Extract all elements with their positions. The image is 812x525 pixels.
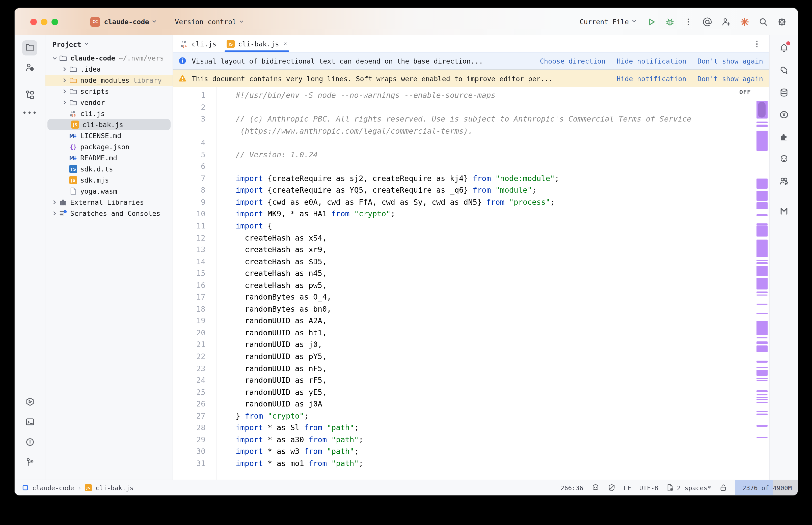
code-line[interactable]: 18 randomBytes as bn0, bbox=[173, 304, 754, 315]
code-line[interactable]: 19 randomUUID as A2A, bbox=[173, 315, 754, 327]
readonly-lock-icon[interactable] bbox=[719, 484, 727, 492]
copilot-tool-button[interactable] bbox=[776, 152, 791, 167]
debug-button[interactable] bbox=[665, 17, 675, 27]
code-line[interactable]: 17 randomBytes as O_4, bbox=[173, 292, 754, 304]
caret-position-widget[interactable]: 266:36 bbox=[560, 484, 583, 492]
code-line[interactable]: 23 randomUUID as nF5, bbox=[173, 363, 754, 375]
code-line[interactable]: 25 randomUUID as yE5, bbox=[173, 387, 754, 399]
x-plugin-tool-button[interactable]: X bbox=[776, 108, 791, 123]
run-configuration-selector[interactable]: Current File bbox=[580, 18, 637, 26]
close-tab-icon[interactable]: ✕ bbox=[284, 40, 287, 47]
plugin-puzzle-tool-button[interactable] bbox=[776, 130, 791, 145]
code-line[interactable]: 29import * as a30 from "path"; bbox=[173, 434, 754, 446]
code-line[interactable]: 8import {createRequire as YQ5, createReq… bbox=[173, 185, 754, 197]
breadcrumb-project[interactable]: claude-code bbox=[32, 484, 74, 492]
more-tool-windows-button[interactable]: ••• bbox=[22, 108, 38, 118]
code-editor[interactable]: 1#!/usr/bin/env -S node --no-warnings --… bbox=[173, 87, 769, 480]
code-line[interactable]: 12 createHash as xS4, bbox=[173, 232, 754, 244]
code-line[interactable]: 28import * as Sl from "path"; bbox=[173, 422, 754, 434]
tree-item-license-md[interactable]: MLICENSE.md bbox=[45, 130, 173, 141]
code-line[interactable]: 24 randomUUID as rF5, bbox=[173, 375, 754, 387]
notifications-bell-icon[interactable] bbox=[776, 41, 791, 57]
settings-gear-icon[interactable] bbox=[777, 17, 787, 27]
tree-item-node-modules[interactable]: node_moduleslibrary bbox=[45, 75, 173, 86]
line-ending-widget[interactable]: LF bbox=[623, 484, 631, 492]
code-line[interactable]: 13 createHash as xr9, bbox=[173, 244, 754, 256]
ai-assistant-tool-button[interactable] bbox=[776, 63, 791, 79]
tree-item-vendor[interactable]: vendor bbox=[45, 97, 173, 108]
dont-show-again-link[interactable]: Don't show again bbox=[697, 57, 763, 65]
indent-widget[interactable]: 2 spaces* bbox=[666, 484, 711, 492]
encoding-widget[interactable]: UTF-8 bbox=[639, 484, 658, 492]
more-actions-button[interactable]: ⋮ bbox=[683, 17, 693, 27]
tab-cli-bak-js[interactable]: JS cli-bak.js ✕ bbox=[222, 35, 292, 52]
code-line[interactable]: 16 createHash as pw5, bbox=[173, 280, 754, 292]
inspections-off-icon[interactable] bbox=[607, 484, 616, 492]
code-line[interactable]: 2 bbox=[173, 102, 754, 114]
chevron-right-icon[interactable] bbox=[61, 65, 69, 73]
pull-requests-tool-button[interactable]: ? bbox=[22, 61, 38, 76]
project-tool-button[interactable] bbox=[22, 40, 38, 56]
dont-show-again-link[interactable]: Don't show again bbox=[697, 74, 763, 82]
choose-direction-link[interactable]: Choose direction bbox=[540, 57, 605, 65]
ai-burst-icon[interactable] bbox=[739, 17, 750, 27]
run-button[interactable] bbox=[646, 17, 656, 27]
code-line[interactable]: 20 randomUUID as ht1, bbox=[173, 327, 754, 339]
code-line[interactable]: 10import MK9, * as HA1 from "crypto"; bbox=[173, 209, 754, 220]
m-plugin-tool-button[interactable] bbox=[776, 204, 791, 220]
chevron-right-icon[interactable] bbox=[61, 88, 69, 95]
tree-item-scratches-and-consoles[interactable]: Scratches and Consoles bbox=[45, 208, 173, 219]
tree-item-sdk-d-ts[interactable]: TSsdk.d.ts bbox=[45, 163, 173, 175]
structure-tool-button[interactable] bbox=[22, 88, 38, 103]
highlighting-status[interactable]: OFF bbox=[739, 89, 751, 96]
ai-assistant-icon[interactable] bbox=[702, 17, 712, 27]
search-everywhere-icon[interactable] bbox=[758, 17, 768, 27]
code-line[interactable]: 22 randomUUID as pY5, bbox=[173, 351, 754, 363]
code-with-me-icon[interactable] bbox=[721, 17, 731, 27]
breadcrumb-file[interactable]: cli-bak.js bbox=[95, 484, 134, 492]
terminal-tool-button[interactable] bbox=[22, 415, 38, 430]
code-line[interactable]: 7import {createRequire as sj2, createReq… bbox=[173, 173, 754, 185]
vcs-widget[interactable]: Version control bbox=[175, 18, 236, 26]
hide-notification-link[interactable]: Hide notification bbox=[617, 57, 686, 65]
code-line[interactable]: 3// (c) Anthropic PBC. All rights reserv… bbox=[173, 114, 754, 125]
scrollbar-thumb[interactable] bbox=[758, 102, 766, 118]
tree-item-cli-bak-js[interactable]: JScli-bak.js bbox=[47, 119, 171, 130]
tree-item-sdk-mjs[interactable]: JSsdk.mjs bbox=[45, 175, 173, 185]
close-window-button[interactable] bbox=[30, 18, 37, 25]
tree-item-readme-md[interactable]: MREADME.md bbox=[45, 152, 173, 163]
git-tool-button[interactable] bbox=[22, 455, 38, 470]
copilot-status-icon[interactable] bbox=[591, 484, 599, 492]
minimize-window-button[interactable] bbox=[41, 18, 47, 25]
tree-item-cli-js[interactable]: 100JScli.js bbox=[45, 108, 173, 119]
chevron-right-icon[interactable] bbox=[61, 77, 69, 84]
code-line[interactable]: 5// Version: 1.0.24 bbox=[173, 149, 754, 161]
editor-scrollbar-stripe[interactable] bbox=[756, 87, 768, 480]
code-line[interactable]: 6 bbox=[173, 161, 754, 173]
code-line[interactable]: 11import { bbox=[173, 220, 754, 232]
code-line[interactable]: 14 createHash as $D5, bbox=[173, 256, 754, 268]
tree-item-yoga-wasm[interactable]: yoga.wasm bbox=[45, 185, 173, 197]
tree-item--idea[interactable]: .idea bbox=[45, 63, 173, 75]
tree-item-external-libraries[interactable]: External Libraries bbox=[45, 197, 173, 208]
tab-cli-js[interactable]: 100JS cli.js bbox=[175, 35, 222, 52]
code-line[interactable]: 4 bbox=[173, 137, 754, 149]
services-tool-button[interactable] bbox=[22, 395, 38, 410]
chevron-right-icon[interactable] bbox=[61, 99, 69, 106]
code-area[interactable]: 1#!/usr/bin/env -S node --no-warnings --… bbox=[173, 90, 754, 470]
zoom-window-button[interactable] bbox=[51, 18, 58, 25]
tab-options-button[interactable]: ⋮ bbox=[752, 39, 762, 49]
tree-item-package-json[interactable]: {}package.json bbox=[45, 141, 173, 152]
project-panel-title[interactable]: Project bbox=[53, 40, 81, 48]
code-line[interactable]: 1#!/usr/bin/env -S node --no-warnings --… bbox=[173, 90, 754, 102]
tree-item-claude-code[interactable]: claude-code~/.nvm/vers bbox=[45, 52, 173, 63]
code-line[interactable]: 26 randomUUID as j0A bbox=[173, 399, 754, 410]
chevron-right-icon[interactable] bbox=[50, 210, 59, 217]
code-line[interactable]: (https://www.anthropic.com/legal/commerc… bbox=[173, 125, 754, 137]
chevron-down-icon[interactable] bbox=[50, 55, 59, 61]
hide-notification-link[interactable]: Hide notification bbox=[617, 74, 686, 82]
chevron-right-icon[interactable] bbox=[50, 199, 59, 206]
code-line[interactable]: 30import * as w3 from "path"; bbox=[173, 446, 754, 458]
project-widget[interactable]: claude-code bbox=[104, 18, 149, 26]
memory-indicator[interactable]: 2376 of 4900M bbox=[735, 480, 798, 495]
